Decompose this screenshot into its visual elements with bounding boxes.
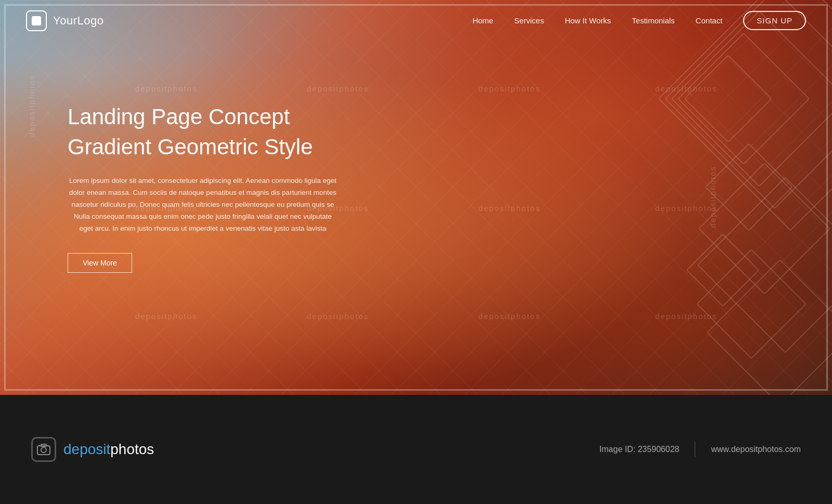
nav-links: Home Services How It Works Testimonials … xyxy=(473,16,806,25)
hero-content: Landing Page Concept Gradient Geometric … xyxy=(68,104,338,273)
hero-title-line2: Gradient Geometric Style xyxy=(68,134,338,160)
nav-link-contact[interactable]: Contact xyxy=(696,16,723,25)
nav-item-home[interactable]: Home xyxy=(473,16,493,25)
nav-link-how-it-works[interactable]: How It Works xyxy=(565,16,611,25)
logo-text: YourLogo xyxy=(53,14,103,28)
deposit-logo: depositphotos xyxy=(31,437,154,462)
nav-link-services[interactable]: Services xyxy=(514,16,544,25)
hero-title-line1: Landing Page Concept xyxy=(68,104,338,130)
hero-body-text: Lorem ipsum dolor sit amet, consectetuer… xyxy=(68,175,338,235)
info-divider xyxy=(695,442,695,457)
image-id-label: Image ID: 235906028 xyxy=(600,445,680,454)
nav-item-contact[interactable]: Contact xyxy=(696,16,723,25)
logo-area: YourLogo xyxy=(26,10,103,31)
deposit-brand-white: photos xyxy=(110,441,154,457)
nav-item-services[interactable]: Services xyxy=(514,16,544,25)
nav-item-how-it-works[interactable]: How It Works xyxy=(565,16,611,25)
website-url[interactable]: www.depositphotos.com xyxy=(711,445,801,454)
camera-icon xyxy=(31,437,56,462)
nav-item-testimonials[interactable]: Testimonials xyxy=(632,16,675,25)
deposit-info: Image ID: 235906028 www.depositphotos.co… xyxy=(600,442,801,457)
deposit-brand-accent: deposit xyxy=(63,441,110,457)
diamond-pattern xyxy=(499,26,832,390)
landing-page: YourLogo Home Services How It Works Test… xyxy=(0,0,832,395)
deposit-brand-name: depositphotos xyxy=(63,441,154,458)
navbar: YourLogo Home Services How It Works Test… xyxy=(0,0,832,42)
signup-button[interactable]: SIGN UP xyxy=(743,11,806,30)
logo-icon-inner xyxy=(32,16,41,25)
image-id-value: 235906028 xyxy=(638,445,679,454)
svg-point-1 xyxy=(41,447,46,453)
view-more-button[interactable]: View More xyxy=(68,253,132,273)
nav-link-testimonials[interactable]: Testimonials xyxy=(632,16,675,25)
bottom-bar: depositphotos Image ID: 235906028 www.de… xyxy=(0,395,832,504)
logo-icon xyxy=(26,10,47,31)
nav-item-signup[interactable]: SIGN UP xyxy=(743,16,806,25)
nav-link-home[interactable]: Home xyxy=(473,16,493,25)
